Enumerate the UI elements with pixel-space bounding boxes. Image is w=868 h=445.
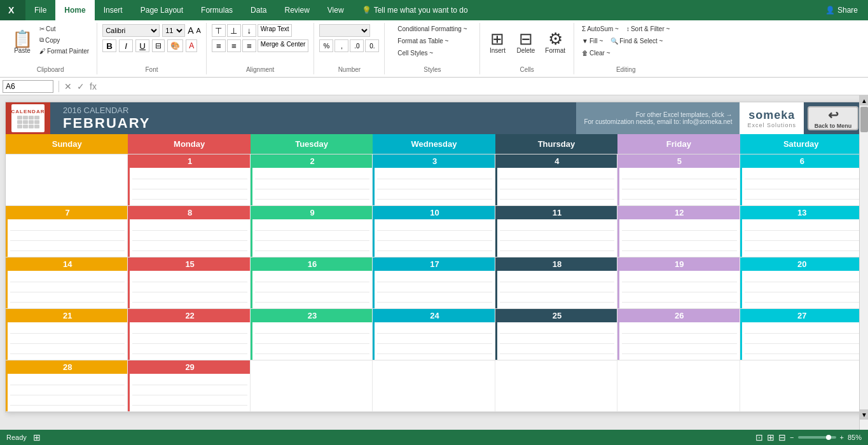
decrease-font-btn[interactable]: A (196, 27, 200, 34)
page-layout-view-btn[interactable]: ⊞ (767, 432, 775, 442)
calendar-cell-1-3[interactable]: 10 (373, 206, 495, 257)
cell-styles-btn[interactable]: Cell Styles ~ (395, 48, 436, 58)
calendar-cell-1-0[interactable]: 7 (6, 206, 128, 257)
wrap-text-btn[interactable]: Wrap Text (258, 24, 293, 37)
format-painter-button[interactable]: 🖌 Format Painter (37, 46, 92, 56)
align-mid-btn[interactable]: ⊥ (227, 24, 241, 37)
calendar-cell-3-1[interactable]: 22 (128, 309, 250, 360)
zoom-in-btn[interactable]: + (840, 434, 844, 441)
increase-font-btn[interactable]: A (188, 25, 193, 36)
calendar-cell-3-3[interactable]: 24 (373, 309, 495, 360)
font-name-select[interactable]: Calibri (102, 24, 160, 37)
calendar-cell-1-5[interactable]: 12 (617, 206, 740, 257)
fill-button[interactable]: ▼ Fill ~ (579, 36, 605, 46)
tab-page-layout[interactable]: Page Layout (132, 0, 192, 20)
calendar-cell-2-1[interactable]: 15 (128, 257, 250, 308)
formula-input[interactable] (99, 80, 865, 93)
zoom-slider[interactable] (798, 436, 836, 439)
calendar-cell-0-3[interactable]: 3 (373, 154, 495, 205)
autosum-button[interactable]: Σ AutoSum ~ (579, 24, 621, 34)
vertical-scrollbar[interactable]: ▲ ▼ (859, 95, 868, 430)
calendar-cell-2-2[interactable]: 16 (251, 257, 373, 308)
align-right-btn[interactable]: ≡ (242, 39, 256, 52)
tab-formulas[interactable]: Formulas (192, 0, 242, 20)
calendar-cell-3-4[interactable]: 25 (495, 309, 617, 360)
format-button[interactable]: ⚙ Format (542, 24, 568, 60)
calendar-cell-1-4[interactable]: 11 (495, 206, 617, 257)
delete-button[interactable]: ⊟ Delete (513, 24, 538, 60)
normal-view-btn[interactable]: ⊡ (755, 432, 763, 442)
insert-function-btn[interactable]: fx (87, 81, 99, 92)
page-break-view-btn[interactable]: ⊟ (778, 432, 786, 442)
scroll-thumb[interactable] (860, 107, 868, 132)
bold-button[interactable]: B (102, 39, 116, 52)
calendar-cell-0-0[interactable] (6, 154, 128, 205)
cancel-formula-btn[interactable]: ✕ (62, 81, 74, 92)
zoom-out-btn[interactable]: − (790, 434, 794, 441)
copy-button[interactable]: ⧉ Copy (37, 35, 92, 45)
calendar-cell-2-0[interactable]: 14 (6, 257, 128, 308)
confirm-formula-btn[interactable]: ✓ (74, 81, 87, 92)
calendar-cell-4-1[interactable]: 29 (128, 360, 250, 411)
calendar-cell-1-6[interactable]: 13 (740, 206, 862, 257)
cell-reference-input[interactable] (3, 80, 53, 93)
tab-insert[interactable]: Insert (95, 0, 132, 20)
calendar-cell-2-3[interactable]: 17 (373, 257, 495, 308)
calendar-cell-0-2[interactable]: 2 (251, 154, 373, 205)
insert-button[interactable]: ⊞ Insert (485, 24, 509, 60)
tab-view[interactable]: View (319, 0, 353, 20)
back-to-menu-button[interactable]: ↩ Back to Menu (808, 106, 858, 130)
calendar-cell-0-6[interactable]: 6 (740, 154, 862, 205)
cut-button[interactable]: ✂ Cut (37, 24, 92, 34)
calendar-cell-3-0[interactable]: 21 (6, 309, 128, 360)
decrease-decimal-btn[interactable]: 0. (365, 39, 379, 52)
conditional-formatting-btn[interactable]: Conditional Formatting ~ (395, 24, 469, 34)
tab-tell-me[interactable]: 💡 Tell me what you want to do (353, 0, 477, 20)
calendar-cell-3-6[interactable]: 27 (740, 309, 862, 360)
percent-btn[interactable]: % (319, 39, 333, 52)
calendar-cell-0-5[interactable]: 5 (617, 154, 740, 205)
scroll-down-btn[interactable]: ▼ (860, 409, 868, 420)
font-size-select[interactable]: 11 (162, 24, 185, 37)
find-select-button[interactable]: 🔍 Find & Select ~ (608, 36, 665, 46)
calendar-cell-0-4[interactable]: 4 (495, 154, 617, 205)
calendar-cell-1-1[interactable]: 8 (128, 206, 250, 257)
calendar-cell-0-1[interactable]: 1 (128, 154, 250, 205)
align-left-btn[interactable]: ≡ (212, 39, 226, 52)
borders-btn[interactable]: ⊟ (152, 39, 165, 52)
underline-button[interactable]: U (135, 39, 149, 52)
tab-file[interactable]: File (25, 0, 55, 20)
calendar-cell-2-6[interactable]: 20 (740, 257, 862, 308)
cell-mode-btn[interactable]: ⊞ (33, 432, 41, 442)
calendar-cell-2-4[interactable]: 18 (495, 257, 617, 308)
increase-decimal-btn[interactable]: .0 (350, 39, 364, 52)
scroll-up-btn[interactable]: ▲ (860, 95, 868, 106)
font-color-btn[interactable]: A (186, 39, 197, 52)
align-top-btn[interactable]: ⊤ (212, 24, 226, 37)
fill-color-btn[interactable]: 🎨 (167, 39, 183, 52)
comma-btn[interactable]: , (334, 39, 348, 52)
calendar-cell-4-4[interactable] (495, 360, 617, 411)
sort-filter-button[interactable]: ↕ Sort & Filter ~ (624, 24, 672, 34)
share-button[interactable]: 👤 Share (815, 0, 868, 20)
calendar-cell-4-6[interactable] (740, 360, 862, 411)
align-bot-btn[interactable]: ↓ (242, 24, 256, 37)
calendar-cell-3-5[interactable]: 26 (617, 309, 740, 360)
calendar-cell-4-0[interactable]: 28 (6, 360, 128, 411)
tab-home[interactable]: Home (55, 0, 94, 20)
italic-button[interactable]: I (119, 39, 133, 52)
tab-review[interactable]: Review (275, 0, 318, 20)
format-table-btn[interactable]: Format as Table ~ (395, 36, 451, 46)
merge-center-btn[interactable]: Merge & Center (258, 39, 309, 52)
paste-button[interactable]: 📋 Paste (9, 24, 36, 60)
calendar-cell-3-2[interactable]: 23 (251, 309, 373, 360)
clear-button[interactable]: 🗑 Clear ~ (579, 48, 613, 58)
calendar-cell-2-5[interactable]: 19 (617, 257, 740, 308)
number-format-select[interactable] (319, 24, 370, 37)
calendar-cell-4-3[interactable] (373, 360, 495, 411)
calendar-cell-4-2[interactable] (251, 360, 373, 411)
tab-data[interactable]: Data (242, 0, 275, 20)
calendar-cell-1-2[interactable]: 9 (251, 206, 373, 257)
calendar-cell-4-5[interactable] (617, 360, 740, 411)
align-center-btn[interactable]: ≡ (227, 39, 241, 52)
